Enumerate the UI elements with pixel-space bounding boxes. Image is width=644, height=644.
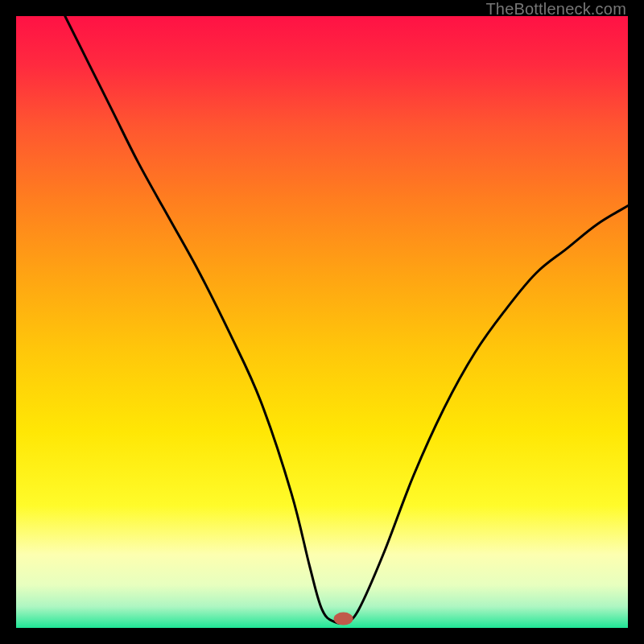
bottleneck-chart — [16, 16, 628, 628]
optimal-point-marker — [334, 613, 353, 625]
watermark-text: TheBottleneck.com — [485, 0, 626, 19]
chart-frame — [16, 16, 628, 628]
gradient-background — [16, 16, 628, 628]
